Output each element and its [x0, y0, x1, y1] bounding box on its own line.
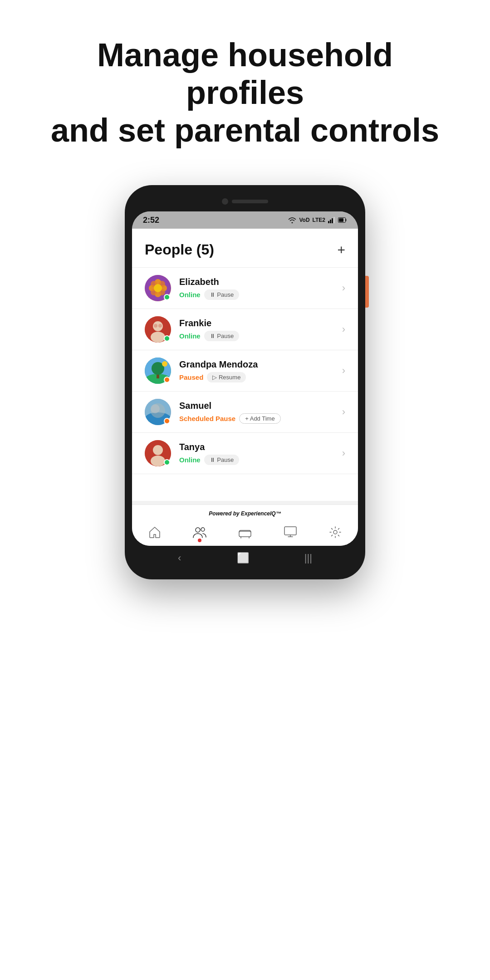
nav-monitor[interactable] [283, 525, 298, 539]
tanya-info: Tanya Online ⏸ Pause [179, 442, 338, 465]
svg-rect-3 [333, 217, 335, 223]
svg-rect-2 [332, 218, 333, 223]
svg-rect-35 [239, 531, 251, 537]
grandpa-info: Grandpa Mendoza Paused ▷ Resume [179, 359, 338, 382]
svg-point-18 [151, 332, 165, 343]
person-row-grandpa-mendoza[interactable]: Grandpa Mendoza Paused ▷ Resume › [132, 350, 358, 391]
nav-devices[interactable] [238, 525, 252, 539]
svg-rect-0 [328, 221, 329, 223]
elizabeth-name: Elizabeth [179, 277, 338, 287]
lte-label: LTE2 [313, 217, 325, 223]
grandpa-name: Grandpa Mendoza [179, 359, 338, 370]
svg-rect-1 [330, 220, 331, 223]
bottom-nav [132, 520, 358, 546]
wifi-icon [288, 217, 296, 223]
svg-point-20 [158, 324, 162, 328]
person-row-samuel[interactable]: Samuel Scheduled Pause + Add Time › [132, 391, 358, 432]
samuel-chevron: › [342, 406, 345, 418]
svg-point-31 [153, 445, 163, 455]
recents-button[interactable]: ||| [304, 552, 312, 564]
samuel-info: Samuel Scheduled Pause + Add Time [179, 401, 338, 424]
gear-icon [328, 525, 343, 539]
frankie-status-row: Online ⏸ Pause [179, 331, 338, 341]
svg-point-37 [333, 530, 337, 534]
samuel-name: Samuel [179, 401, 338, 411]
svg-point-19 [154, 324, 157, 328]
svg-point-25 [162, 361, 167, 367]
elizabeth-status-row: Online ⏸ Pause [179, 289, 338, 300]
elizabeth-pause-btn[interactable]: ⏸ Pause [204, 289, 239, 300]
battery-icon [338, 217, 347, 223]
camera-dot [222, 198, 228, 205]
couch-icon [238, 525, 252, 539]
grandpa-resume-btn[interactable]: ▷ Resume [207, 372, 246, 382]
tanya-chevron: › [342, 447, 345, 459]
status-icons: VoD LTE2 [288, 217, 347, 223]
frankie-status: Online [179, 332, 201, 340]
svg-point-34 [201, 528, 205, 531]
grandpa-status-row: Paused ▷ Resume [179, 372, 338, 382]
svg-point-15 [154, 284, 162, 292]
nav-settings[interactable] [328, 525, 343, 539]
home-button[interactable]: ⬜ [237, 552, 249, 564]
network-label: VoD [299, 217, 309, 223]
samuel-add-time-btn[interactable]: + Add Time [239, 413, 280, 424]
person-row-elizabeth[interactable]: Elizabeth Online ⏸ Pause › [132, 267, 358, 309]
samuel-status-row: Scheduled Pause + Add Time [179, 413, 338, 424]
samuel-status: Scheduled Pause [179, 415, 235, 422]
status-time: 2:52 [143, 216, 159, 225]
grandpa-status-dot [164, 377, 170, 383]
grandpa-status: Paused [179, 373, 203, 381]
nav-people[interactable] [192, 525, 207, 539]
status-bar: 2:52 VoD LTE2 [132, 211, 358, 229]
app-content: People (5) + [132, 229, 358, 501]
avatar-elizabeth [145, 275, 171, 301]
tanya-status: Online [179, 456, 201, 464]
monitor-icon [283, 525, 298, 539]
avatar-tanya [145, 440, 171, 466]
frankie-chevron: › [342, 323, 345, 335]
svg-point-32 [151, 456, 165, 466]
elizabeth-chevron: › [342, 282, 345, 294]
avatar-frankie [145, 316, 171, 343]
tanya-status-row: Online ⏸ Pause [179, 455, 338, 465]
tanya-name: Tanya [179, 442, 338, 452]
phone-screen: 2:52 VoD LTE2 [132, 211, 358, 546]
bottom-section: Powered by ExperienceIQ™ [132, 505, 358, 546]
grandpa-chevron: › [342, 365, 345, 377]
samuel-status-dot [164, 418, 170, 424]
page-headline: Manage household profiles and set parent… [50, 36, 440, 149]
app-header: People (5) + [132, 229, 358, 267]
svg-point-33 [196, 528, 200, 532]
svg-point-29 [151, 404, 160, 413]
avatar-samuel [145, 399, 171, 425]
frankie-info: Frankie Online ⏸ Pause [179, 318, 338, 341]
frankie-name: Frankie [179, 318, 338, 328]
person-row-tanya[interactable]: Tanya Online ⏸ Pause › [132, 432, 358, 474]
home-icon [147, 525, 162, 539]
elizabeth-status: Online [179, 291, 201, 299]
people-icon [192, 525, 207, 539]
signal-icon [328, 217, 335, 223]
back-button[interactable]: ‹ [178, 552, 181, 564]
svg-rect-5 [339, 218, 343, 222]
tanya-pause-btn[interactable]: ⏸ Pause [204, 455, 239, 465]
frankie-pause-btn[interactable]: ⏸ Pause [204, 331, 239, 341]
frankie-status-dot [164, 335, 170, 342]
people-title: People (5) [145, 241, 214, 258]
avatar-grandpa-mendoza [145, 358, 171, 384]
phone-nav-bar: ‹ ⬜ ||| [132, 546, 358, 568]
add-person-button[interactable]: + [337, 242, 345, 258]
people-list: Elizabeth Online ⏸ Pause › [132, 267, 358, 474]
svg-rect-36 [284, 527, 296, 535]
phone-top-bar [132, 193, 358, 210]
phone-mockup: 2:52 VoD LTE2 [125, 185, 365, 579]
speaker-bar [232, 200, 268, 203]
nav-home[interactable] [147, 525, 162, 539]
person-row-frankie[interactable]: Frankie Online ⏸ Pause › [132, 309, 358, 350]
elizabeth-info: Elizabeth Online ⏸ Pause [179, 277, 338, 300]
elizabeth-status-dot [164, 294, 170, 300]
powered-by-label: Powered by ExperienceIQ™ [132, 505, 358, 520]
nav-people-active-dot [198, 539, 201, 542]
tanya-status-dot [164, 459, 170, 466]
